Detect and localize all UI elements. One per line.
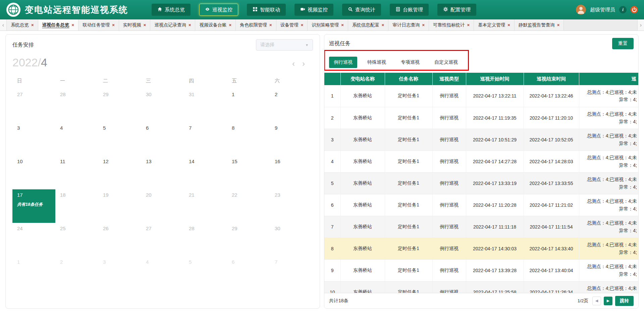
prev-page-icon[interactable]: ◀ xyxy=(592,297,601,305)
calendar-day[interactable]: 3 xyxy=(12,122,55,156)
task-row[interactable]: 6 东善桥站 定时任务1 例行巡视 2022-04-17 11:20:28 20… xyxy=(324,194,638,216)
workspace-tab[interactable]: 实时视频 × xyxy=(119,19,151,30)
reset-button[interactable]: 重置 xyxy=(612,38,634,49)
tab-close-icon[interactable]: × xyxy=(507,23,510,27)
calendar-day[interactable]: 28 xyxy=(184,223,227,256)
inspection-type-tab[interactable]: 特殊巡视 xyxy=(363,57,391,68)
calendar-day[interactable]: 29 xyxy=(98,89,141,122)
calendar-day[interactable]: 11 xyxy=(55,156,98,189)
workspace-tab[interactable]: 基本定义管理 × xyxy=(474,19,515,30)
calendar-day[interactable]: 6 xyxy=(141,122,184,156)
jump-button[interactable]: 跳转 xyxy=(615,296,634,306)
inspection-type-tab[interactable]: 自定义巡视 xyxy=(430,57,463,68)
calendar-day[interactable]: 9 xyxy=(270,122,313,156)
calendar-day[interactable]: 10 xyxy=(12,156,55,189)
workspace-tab[interactable]: 联动任务管理 × xyxy=(78,19,119,30)
calendar-day[interactable]: 27 xyxy=(12,89,55,122)
workspace-tab[interactable]: 静默监视告警查询 × xyxy=(515,19,564,30)
tabbar-scroll-right-icon[interactable]: › xyxy=(637,19,644,30)
tab-close-icon[interactable]: × xyxy=(467,23,470,27)
calendar-day[interactable]: 23 xyxy=(270,189,313,223)
nav-video-monitor[interactable]: 视频监控 xyxy=(294,4,333,16)
calendar-day[interactable]: 1 xyxy=(12,256,55,290)
workspace-tab[interactable]: 视频设备台账 × xyxy=(195,19,236,30)
next-month-icon[interactable]: › xyxy=(302,60,305,68)
nav-inspection-monitor[interactable]: 巡视监控 xyxy=(199,4,238,16)
task-row[interactable]: 9 东善桥站 定时任务1 例行巡视 2022-04-17 13:39:28 20… xyxy=(324,259,638,281)
tab-close-icon[interactable]: × xyxy=(557,23,560,27)
task-row[interactable]: 3 东善桥站 定时任务1 例行巡视 2022-04-17 10:51:29 20… xyxy=(324,129,638,150)
user-avatar[interactable] xyxy=(576,5,586,15)
calendar-day[interactable]: 19 xyxy=(98,189,141,223)
calendar-day[interactable]: 29 xyxy=(227,223,270,256)
tab-close-icon[interactable]: × xyxy=(301,23,304,27)
tab-close-icon[interactable]: × xyxy=(229,23,231,27)
task-row[interactable]: 7 东善桥站 定时任务1 例行巡视 2022-04-17 11:11:18 20… xyxy=(324,216,638,238)
nav-config-management[interactable]: 配置管理 xyxy=(437,4,476,16)
workspace-tab[interactable]: 系统总览 × xyxy=(7,19,38,30)
calendar-day[interactable]: 2 xyxy=(270,89,313,122)
calendar-day[interactable]: 24 xyxy=(12,223,55,256)
calendar-day[interactable]: 6 xyxy=(227,256,270,290)
calendar-day[interactable]: 21 xyxy=(184,189,227,223)
calendar-day[interactable]: 4 xyxy=(141,256,184,290)
nav-query-statistics[interactable]: 查询统计 xyxy=(342,4,381,16)
calendar-day[interactable]: 1 xyxy=(227,89,270,122)
nav-ledger-management[interactable]: 台账管理 xyxy=(390,4,429,16)
calendar-day[interactable]: 30 xyxy=(270,223,313,256)
next-page-icon[interactable]: ▶ xyxy=(604,297,612,305)
tab-close-icon[interactable]: × xyxy=(422,23,425,27)
nav-system-overview[interactable]: 系统总览 xyxy=(152,4,191,16)
workspace-tab[interactable]: 识别策略管理 × xyxy=(308,19,348,30)
inspection-type-tab[interactable]: 专项巡视 xyxy=(396,57,424,68)
calendar-day[interactable]: 5 xyxy=(184,256,227,290)
tab-close-icon[interactable]: × xyxy=(31,23,34,27)
task-row[interactable]: 8 东善桥站 定时任务1 例行巡视 2022-04-17 14:30:03 20… xyxy=(324,238,638,259)
nav-smart-linkage[interactable]: 智能联动 xyxy=(247,4,286,16)
calendar-day[interactable]: 4 xyxy=(55,122,98,156)
tab-close-icon[interactable]: × xyxy=(72,23,74,27)
workspace-tab[interactable]: 巡视任务总览 × xyxy=(38,19,79,30)
calendar-day[interactable]: 7 xyxy=(184,122,227,156)
calendar-day[interactable]: 17 共有18条任务 xyxy=(12,189,55,223)
calendar-day[interactable]: 12 xyxy=(98,156,141,189)
calendar-day[interactable]: 22 xyxy=(227,189,270,223)
task-row[interactable]: 10 东善桥站 定时任务1 例行巡视 2022-04-17 11:25:58 2… xyxy=(324,281,638,293)
tabbar-scroll-left-icon[interactable]: ‹ xyxy=(0,19,7,30)
tab-close-icon[interactable]: × xyxy=(382,23,384,27)
calendar-day[interactable]: 5 xyxy=(98,122,141,156)
calendar-day[interactable]: 16 xyxy=(270,156,313,189)
tab-close-icon[interactable]: × xyxy=(189,23,191,27)
calendar-day[interactable]: 2 xyxy=(55,256,98,290)
calendar-day[interactable]: 7 xyxy=(270,256,313,290)
calendar-day[interactable]: 13 xyxy=(141,156,184,189)
calendar-day[interactable]: 20 xyxy=(141,189,184,223)
calendar-day[interactable]: 26 xyxy=(98,223,141,256)
task-row[interactable]: 5 东善桥站 定时任务1 例行巡视 2022-04-17 13:33:19 20… xyxy=(324,172,638,194)
workspace-tab[interactable]: 系统信息配置 × xyxy=(348,19,389,30)
tab-close-icon[interactable]: × xyxy=(112,23,115,27)
prev-month-icon[interactable]: ‹ xyxy=(292,60,295,68)
calendar-day[interactable]: 28 xyxy=(55,89,98,122)
tab-close-icon[interactable]: × xyxy=(269,23,272,27)
workspace-tab[interactable]: 可靠性指标统计 × xyxy=(429,19,474,30)
inspection-type-tab[interactable]: 例行巡视 xyxy=(329,57,357,68)
task-row[interactable]: 2 东善桥站 定时任务1 例行巡视 2022-04-17 11:19:35 20… xyxy=(324,107,638,129)
info-icon[interactable]: i xyxy=(619,6,627,13)
workspace-tab[interactable]: 设备管理 × xyxy=(276,19,308,30)
calendar-day[interactable]: 31 xyxy=(184,89,227,122)
calendar-day[interactable]: 3 xyxy=(98,256,141,290)
calendar-day[interactable]: 27 xyxy=(141,223,184,256)
calendar-day[interactable]: 15 xyxy=(227,156,270,189)
calendar-day[interactable]: 8 xyxy=(227,122,270,156)
power-logout-icon[interactable] xyxy=(631,6,638,13)
calendar-day[interactable]: 18 xyxy=(55,189,98,223)
calendar-day[interactable]: 14 xyxy=(184,156,227,189)
workspace-tab[interactable]: 审计日志查询 × xyxy=(388,19,429,30)
tab-close-icon[interactable]: × xyxy=(341,23,344,27)
task-row[interactable]: 4 东善桥站 定时任务1 例行巡视 2022-04-17 14:27:28 20… xyxy=(324,150,638,172)
schedule-filter-select[interactable]: 请选择 ▼ xyxy=(256,39,313,51)
task-row[interactable]: 1 东善桥站 定时任务1 例行巡视 2022-04-17 13:22:11 20… xyxy=(324,85,638,107)
calendar-day[interactable]: 25 xyxy=(55,223,98,256)
calendar-day[interactable]: 30 xyxy=(141,89,184,122)
